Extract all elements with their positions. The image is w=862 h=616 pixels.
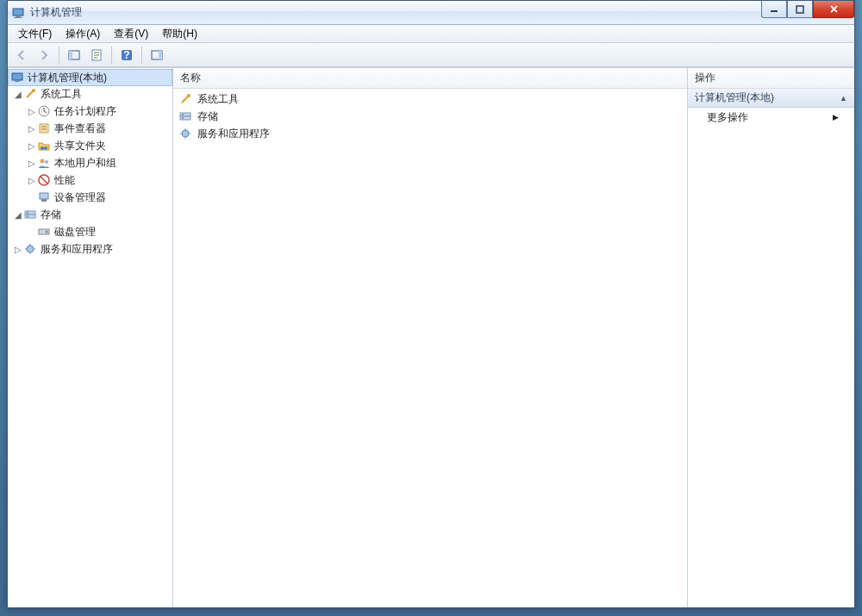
- forward-button[interactable]: [34, 46, 54, 65]
- expand-icon[interactable]: ▷: [13, 245, 23, 254]
- tree-system-tools[interactable]: ◢ 系统工具: [8, 85, 172, 103]
- svg-point-29: [46, 231, 48, 233]
- svg-rect-33: [180, 116, 191, 120]
- list-item[interactable]: 服务和应用程序: [173, 125, 687, 142]
- expand-icon[interactable]: ▷: [27, 141, 37, 151]
- titlebar[interactable]: 计算机管理: [8, 1, 854, 25]
- svg-rect-24: [25, 211, 35, 215]
- collapse-icon[interactable]: ◢: [13, 210, 23, 220]
- toolbar: ?: [8, 43, 854, 67]
- svg-rect-32: [180, 113, 191, 116]
- svg-rect-12: [12, 73, 22, 80]
- svg-point-35: [182, 117, 184, 119]
- svg-point-20: [45, 160, 48, 164]
- minimize-button[interactable]: [761, 1, 787, 18]
- device-manager-icon: [37, 190, 51, 204]
- svg-point-26: [27, 212, 28, 214]
- performance-icon: [37, 173, 51, 187]
- submenu-icon: ▶: [833, 113, 839, 121]
- svg-rect-23: [41, 199, 47, 202]
- list-column-header-name[interactable]: 名称: [173, 68, 687, 89]
- tools-icon: [23, 87, 37, 101]
- window-title: 计算机管理: [30, 5, 82, 20]
- svg-text:?: ?: [123, 49, 129, 61]
- list-item-label: 存储: [197, 109, 218, 124]
- svg-point-36: [182, 130, 189, 137]
- help-button[interactable]: ?: [116, 46, 137, 65]
- tree-label: 设备管理器: [54, 190, 106, 205]
- computer-management-window: 计算机管理 文件(F) 操作(A) 查看(V) 帮助(H) ? 计算机管理(本地…: [7, 0, 855, 608]
- svg-rect-1: [16, 16, 21, 17]
- tree-device-manager[interactable]: 设备管理器: [8, 189, 172, 206]
- tree-label: 系统工具: [41, 87, 82, 102]
- event-viewer-icon: [37, 121, 51, 135]
- svg-point-18: [44, 146, 47, 150]
- collapse-icon: ▲: [840, 94, 847, 103]
- svg-rect-6: [69, 51, 72, 59]
- actions-pane: 操作 计算机管理(本地) ▲ 更多操作 ▶: [688, 68, 854, 607]
- show-hide-tree-button[interactable]: [64, 46, 84, 65]
- tree-event-viewer[interactable]: ▷ 事件查看器: [8, 120, 172, 137]
- expand-icon[interactable]: ▷: [27, 107, 37, 116]
- tree-storage[interactable]: ◢ 存储: [8, 206, 172, 223]
- tree-shared-folders[interactable]: ▷ 共享文件夹: [8, 137, 172, 154]
- svg-rect-2: [14, 17, 22, 18]
- svg-point-19: [41, 159, 45, 164]
- actions-group-label: 计算机管理(本地): [695, 90, 774, 105]
- svg-rect-22: [40, 193, 48, 199]
- expand-icon[interactable]: ▷: [27, 124, 37, 134]
- back-button[interactable]: [11, 46, 32, 65]
- computer-icon: [10, 71, 24, 84]
- tree-label: 计算机管理(本地): [28, 71, 107, 85]
- tree-label: 服务和应用程序: [41, 242, 113, 257]
- menu-view[interactable]: 查看(V): [107, 25, 155, 43]
- svg-point-30: [27, 246, 34, 252]
- services-icon: [23, 242, 37, 256]
- tree-root[interactable]: 计算机管理(本地): [8, 69, 172, 86]
- tree-label: 事件查看器: [54, 121, 106, 136]
- tree-local-users-groups[interactable]: ▷ 本地用户和组: [8, 154, 172, 171]
- maximize-button[interactable]: [787, 1, 813, 18]
- svg-rect-25: [25, 215, 35, 218]
- tree-performance[interactable]: ▷ 性能: [8, 171, 172, 189]
- tree-label: 共享文件夹: [54, 139, 106, 153]
- tools-icon: [178, 92, 192, 106]
- services-icon: [178, 127, 192, 140]
- svg-point-27: [27, 215, 28, 217]
- actions-more[interactable]: 更多操作 ▶: [688, 108, 854, 127]
- tree-disk-management[interactable]: 磁盘管理: [8, 223, 172, 240]
- expand-icon[interactable]: ▷: [27, 159, 37, 168]
- app-icon: [11, 6, 25, 20]
- close-button[interactable]: [813, 1, 854, 18]
- actions-header-label: 操作: [695, 71, 715, 85]
- svg-rect-0: [13, 9, 23, 16]
- svg-rect-11: [159, 51, 162, 59]
- expand-icon[interactable]: ▷: [27, 176, 37, 185]
- tree-task-scheduler[interactable]: ▷ 任务计划程序: [8, 103, 172, 120]
- properties-button[interactable]: [86, 46, 107, 65]
- list-item[interactable]: 存储: [173, 108, 687, 125]
- menu-help[interactable]: 帮助(H): [155, 25, 204, 43]
- column-name-label: 名称: [180, 71, 201, 85]
- tree-pane: 计算机管理(本地) ◢ 系统工具 ▷ 任务计划程序 ▷ 事件查看器: [8, 68, 173, 607]
- list-item-label: 服务和应用程序: [197, 127, 270, 141]
- menu-action[interactable]: 操作(A): [59, 25, 107, 43]
- tree-services-apps[interactable]: ▷ 服务和应用程序: [8, 240, 172, 258]
- show-hide-action-pane-button[interactable]: [147, 46, 167, 65]
- menu-file[interactable]: 文件(F): [11, 25, 59, 43]
- actions-group-header[interactable]: 计算机管理(本地) ▲: [688, 89, 854, 108]
- users-icon: [37, 156, 51, 170]
- actions-header: 操作: [688, 68, 854, 89]
- list-item[interactable]: 系统工具: [173, 90, 687, 108]
- storage-icon: [23, 208, 37, 221]
- svg-rect-4: [796, 6, 803, 13]
- storage-icon: [178, 109, 192, 123]
- tree-label: 本地用户和组: [54, 156, 116, 171]
- svg-point-14: [32, 89, 35, 92]
- svg-point-31: [187, 94, 191, 97]
- list-item-label: 系统工具: [197, 92, 239, 107]
- list-body[interactable]: 系统工具 存储 服务和应用程序: [173, 89, 687, 144]
- console-tree[interactable]: 计算机管理(本地) ◢ 系统工具 ▷ 任务计划程序 ▷ 事件查看器: [8, 68, 172, 259]
- disk-icon: [37, 225, 51, 239]
- collapse-icon[interactable]: ◢: [13, 90, 23, 99]
